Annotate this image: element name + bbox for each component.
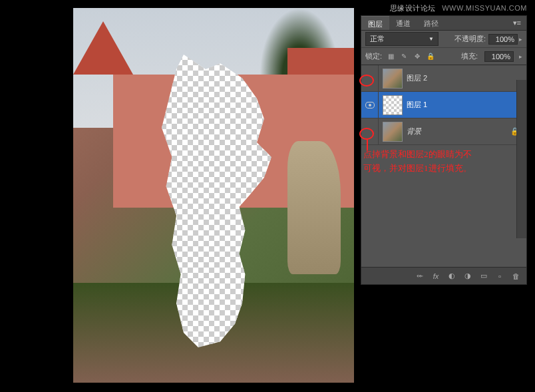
layer-name-label[interactable]: 图层 2 xyxy=(407,73,427,83)
trash-icon[interactable]: 🗑 xyxy=(510,271,521,282)
opacity-arrow-icon[interactable]: ▸ xyxy=(519,36,522,43)
chevron-down-icon: ▼ xyxy=(429,36,434,42)
watermark-url: WWW.MISSYUAN.COM xyxy=(442,4,527,12)
panel-footer: ⬰ fx ◐ ◑ ▭ ▫ 🗑 xyxy=(361,267,526,284)
new-layer-icon[interactable]: ▫ xyxy=(494,271,505,282)
tab-channels[interactable]: 通道 xyxy=(389,16,417,30)
lock-brush-icon[interactable]: ✎ xyxy=(399,52,409,61)
lock-transparency-icon[interactable]: ▦ xyxy=(386,52,395,61)
tab-layers[interactable]: 图层 xyxy=(361,16,389,30)
fill-label: 填充: xyxy=(461,51,478,61)
opacity-label: 不透明度: xyxy=(454,34,486,44)
eye-icon xyxy=(365,102,375,108)
lock-label: 锁定: xyxy=(365,51,382,61)
fill-arrow-icon[interactable]: ▸ xyxy=(519,53,522,60)
watermark: 思缘设计论坛 WWW.MISSYUAN.COM xyxy=(390,3,527,13)
layer-thumbnail[interactable] xyxy=(383,122,403,142)
canvas-content xyxy=(73,8,354,383)
fx-icon[interactable]: fx xyxy=(431,271,441,282)
annotation-line2: 可视，并对图层1进行填充。 xyxy=(363,162,523,176)
layer-row[interactable]: 图层 1 xyxy=(361,92,526,118)
visibility-toggle[interactable] xyxy=(361,92,379,118)
fill-input[interactable]: 100% xyxy=(484,51,514,62)
folder-icon[interactable]: ▭ xyxy=(478,271,489,282)
annotation-line1: 点掉背景和图层2的眼睛为不 xyxy=(363,148,523,162)
layer-row[interactable]: 图层 2 xyxy=(361,65,526,92)
canvas-statue xyxy=(287,141,341,274)
document-canvas[interactable] xyxy=(73,8,354,383)
annotation-text: 点掉背景和图层2的眼睛为不 可视，并对图层1进行填充。 xyxy=(363,148,523,176)
adjustment-icon[interactable]: ◑ xyxy=(462,271,473,282)
blend-mode-dropdown[interactable]: 正常 ▼ xyxy=(365,32,439,46)
annotation-circle-top xyxy=(359,75,374,87)
layer-thumbnail[interactable] xyxy=(383,95,403,115)
blend-row: 正常 ▼ 不透明度: 100% ▸ xyxy=(361,31,526,48)
layer-row[interactable]: 背景 🔒 xyxy=(361,118,526,145)
layer-name-label[interactable]: 图层 1 xyxy=(407,100,427,110)
mask-icon[interactable]: ◐ xyxy=(446,271,457,282)
watermark-cn: 思缘设计论坛 xyxy=(390,4,436,12)
lock-row: 锁定: ▦ ✎ ✥ 🔒 填充: 100% ▸ xyxy=(361,48,526,65)
blend-mode-value: 正常 xyxy=(370,34,385,44)
link-layers-icon[interactable]: ⬰ xyxy=(415,271,425,282)
lock-move-icon[interactable]: ✥ xyxy=(413,52,422,61)
tab-paths[interactable]: 路径 xyxy=(417,16,445,30)
panel-tabs: 图层 通道 路径 ▾≡ xyxy=(361,16,526,31)
lock-all-icon[interactable]: 🔒 xyxy=(426,52,435,61)
opacity-input[interactable]: 100% xyxy=(488,34,518,45)
layer-name-label[interactable]: 背景 xyxy=(407,126,421,136)
panel-menu-icon[interactable]: ▾≡ xyxy=(508,16,526,30)
layer-thumbnail[interactable] xyxy=(383,69,403,89)
